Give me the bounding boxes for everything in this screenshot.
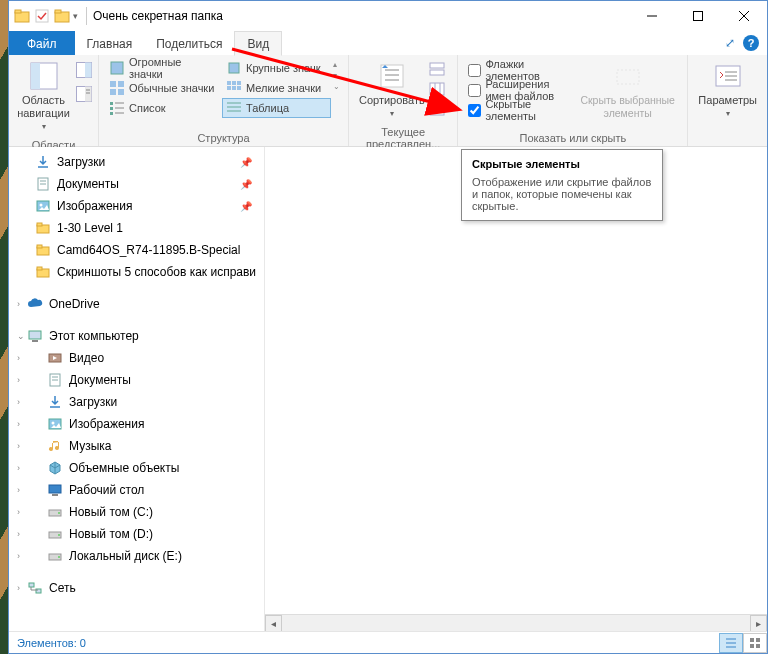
expand-icon[interactable]: › <box>17 419 20 429</box>
item-checkboxes-toggle[interactable]: Флажки элементов <box>464 60 574 80</box>
nav-item[interactable]: ›Видео <box>9 347 264 369</box>
view-icons-button[interactable] <box>743 633 767 653</box>
expand-icon[interactable]: › <box>17 441 20 451</box>
minimize-button[interactable] <box>629 1 675 31</box>
sort-button[interactable]: Сортировать ▾ <box>355 58 429 121</box>
options-button[interactable]: Параметры ▾ <box>694 58 761 121</box>
layout-medium[interactable]: Обычные значки <box>105 78 222 98</box>
expand-icon[interactable]: › <box>17 299 20 309</box>
nav-item-label: Загрузки <box>57 155 105 169</box>
svg-rect-47 <box>430 103 444 115</box>
svg-point-74 <box>52 422 55 425</box>
navigation-tree[interactable]: Загрузки📌 Документы📌 Изображения📌 1-30 L… <box>9 147 264 631</box>
svg-point-58 <box>40 204 43 207</box>
file-extensions-toggle[interactable]: Расширения имен файлов <box>464 80 574 100</box>
nav-item[interactable]: ›Загрузки <box>9 391 264 413</box>
nav-network-label: Сеть <box>49 581 76 595</box>
svg-rect-66 <box>32 340 38 342</box>
expand-icon[interactable]: › <box>17 529 20 539</box>
group-by-icon[interactable] <box>429 62 445 80</box>
svg-rect-19 <box>118 81 124 87</box>
layout-extra-large[interactable]: Огромные значки <box>105 58 222 78</box>
drive-icon <box>47 504 63 520</box>
expand-icon[interactable]: › <box>17 375 20 385</box>
horizontal-scrollbar[interactable]: ◂ ▸ <box>265 614 767 631</box>
layout-small[interactable]: Мелкие значки <box>222 78 331 98</box>
desktop-edge <box>0 0 8 654</box>
svg-rect-29 <box>227 81 231 85</box>
nav-item-label: Видео <box>69 351 104 365</box>
qat-icon-2[interactable] <box>53 7 71 25</box>
svg-rect-88 <box>750 638 754 642</box>
expand-icon[interactable]: ⌄ <box>17 331 25 341</box>
nav-item-label: Документы <box>69 373 131 387</box>
svg-rect-18 <box>110 81 116 87</box>
scroll-left-button[interactable]: ◂ <box>265 615 282 632</box>
expand-icon[interactable]: › <box>17 463 20 473</box>
svg-rect-33 <box>232 86 236 90</box>
view-details-button[interactable] <box>719 633 743 653</box>
preview-pane-icon[interactable] <box>76 62 92 82</box>
svg-rect-32 <box>227 86 231 90</box>
close-button[interactable] <box>721 1 767 31</box>
nav-item-label: Изображения <box>57 199 132 213</box>
expand-icon[interactable]: › <box>17 583 20 593</box>
group-layout-label: Структура <box>99 130 348 146</box>
tab-home[interactable]: Главная <box>75 31 145 55</box>
nav-item[interactable]: ›Рабочий стол <box>9 479 264 501</box>
download-icon <box>35 154 51 170</box>
svg-rect-91 <box>756 644 760 648</box>
nav-item[interactable]: ›Изображения <box>9 413 264 435</box>
nav-item[interactable]: ›Локальный диск (E:) <box>9 545 264 567</box>
nav-item[interactable]: ›Объемные объекты <box>9 457 264 479</box>
scroll-right-button[interactable]: ▸ <box>750 615 767 632</box>
size-columns-icon[interactable] <box>429 102 445 120</box>
svg-rect-28 <box>229 63 239 73</box>
expand-icon[interactable]: › <box>17 397 20 407</box>
qat-dropdown-icon[interactable]: ▾ <box>73 11 80 21</box>
svg-rect-22 <box>110 102 113 105</box>
nav-onedrive-label: OneDrive <box>49 297 100 311</box>
expand-icon[interactable]: › <box>17 507 20 517</box>
layout-details[interactable]: Таблица <box>222 98 331 118</box>
explorer-window: ▾ Очень секретная папка Файл Главная Под… <box>8 0 768 654</box>
help-icon[interactable]: ? <box>743 35 759 51</box>
layout-list[interactable]: Список <box>105 98 222 118</box>
options-label: Параметры <box>698 94 757 107</box>
svg-rect-34 <box>237 86 241 90</box>
layout-scroll-down-icon[interactable]: ▾ <box>333 71 340 80</box>
svg-rect-21 <box>118 89 124 95</box>
nav-item[interactable]: ›Документы <box>9 369 264 391</box>
hidden-items-toggle[interactable]: Скрытые элементы <box>464 100 574 120</box>
layout-scroll-up-icon[interactable]: ▴ <box>333 60 340 69</box>
details-pane-icon[interactable] <box>76 86 92 106</box>
svg-rect-14 <box>85 87 92 102</box>
svg-rect-12 <box>85 63 92 78</box>
layout-expand-icon[interactable]: ⌄ <box>333 82 340 91</box>
svg-point-78 <box>58 512 60 514</box>
nav-item[interactable]: ›Новый том (D:) <box>9 523 264 545</box>
tab-view[interactable]: Вид <box>234 31 282 56</box>
qat-icon-1[interactable] <box>33 7 51 25</box>
tab-share[interactable]: Поделиться <box>144 31 234 55</box>
svg-rect-75 <box>49 485 61 493</box>
navigation-pane-button[interactable]: Область навигации ▾ <box>15 58 72 134</box>
expand-icon[interactable]: › <box>17 485 20 495</box>
maximize-button[interactable] <box>675 1 721 31</box>
ribbon-collapse-icon[interactable]: ⤢ <box>725 36 735 50</box>
tab-file[interactable]: Файл <box>9 31 75 55</box>
hide-selected-button: Скрыть выбранные элементы <box>574 58 681 121</box>
pictures-icon <box>47 416 63 432</box>
layout-large[interactable]: Крупные значк <box>222 58 331 78</box>
scroll-track[interactable] <box>282 615 750 632</box>
add-columns-icon[interactable] <box>429 82 445 100</box>
nav-item[interactable]: ›Музыка <box>9 435 264 457</box>
hide-selected-label: Скрыть выбранные элементы <box>578 94 677 119</box>
nav-item[interactable]: ›Новый том (C:) <box>9 501 264 523</box>
expand-icon[interactable]: › <box>17 353 20 363</box>
expand-icon[interactable]: › <box>17 551 20 561</box>
nav-this-pc-label: Этот компьютер <box>49 329 139 343</box>
onedrive-icon <box>27 296 43 312</box>
svg-rect-24 <box>110 112 113 115</box>
svg-rect-42 <box>430 63 444 68</box>
